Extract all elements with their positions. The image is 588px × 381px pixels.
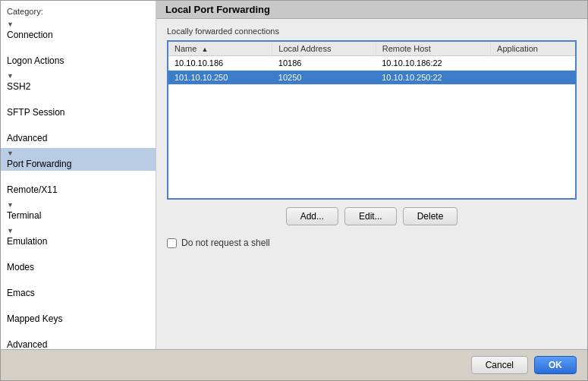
sidebar-item-connection[interactable]: ▼Connection — [1, 17, 156, 43]
sidebar-item-emulation[interactable]: ▼Emulation — [1, 224, 156, 250]
cell-local-address-1: 10250 — [272, 71, 376, 85]
sidebar-item-ssh2[interactable]: ▼SSH2 — [1, 69, 156, 95]
ok-button[interactable]: OK — [534, 356, 577, 374]
dialog-body: Category: ▼Connection ▶Logon Actions ▼SS… — [1, 1, 587, 349]
col-header-local-address[interactable]: Local Address — [272, 42, 376, 56]
section-title: Local Port Forwarding — [156, 1, 587, 19]
sidebar-item-emacs[interactable]: ▶Emacs — [1, 276, 156, 301]
cell-local-address-0: 10186 — [272, 56, 376, 71]
cell-remote-host-1: 10.10.10.250:22 — [376, 71, 490, 85]
section-body: Locally forwarded connections Name ▲ Loc… — [156, 19, 587, 349]
sidebar: Category: ▼Connection ▶Logon Actions ▼SS… — [1, 1, 156, 349]
cell-name-0: 10.10.10.186 — [168, 56, 272, 71]
shell-checkbox[interactable] — [167, 238, 177, 248]
port-forwarding-table: Name ▲ Local Address Remote Host — [168, 42, 575, 85]
col-header-application[interactable]: Application — [491, 42, 575, 56]
cell-application-0 — [491, 56, 575, 71]
table-buttons-row: Add... Edit... Delete — [167, 207, 577, 225]
sidebar-item-terminal[interactable]: ▼Terminal — [1, 198, 156, 224]
edit-button[interactable]: Edit... — [344, 207, 397, 225]
add-button[interactable]: Add... — [286, 207, 338, 225]
sidebar-item-modes[interactable]: ▶Modes — [1, 250, 156, 276]
table-row[interactable]: 10.10.10.186 10186 10.10.10.186:22 — [168, 56, 575, 71]
sort-arrow-name: ▲ — [201, 46, 208, 53]
cell-remote-host-0: 10.10.10.186:22 — [376, 56, 490, 71]
col-header-name[interactable]: Name ▲ — [168, 42, 272, 56]
cell-application-1 — [491, 71, 575, 85]
main-content: Local Port Forwarding Locally forwarded … — [156, 1, 587, 349]
section-label: Locally forwarded connections — [167, 27, 577, 36]
dialog-footer: Cancel OK — [1, 349, 587, 380]
port-forwarding-table-container: Name ▲ Local Address Remote Host — [167, 40, 577, 200]
shell-checkbox-label: Do not request a shell — [181, 238, 270, 248]
table-row[interactable]: 101.10.10.250 10250 10.10.10.250:22 — [168, 71, 575, 85]
sidebar-item-sftp-session[interactable]: ▶SFTP Session — [1, 95, 156, 121]
shell-checkbox-row: Do not request a shell — [167, 238, 577, 248]
sidebar-item-remote-x11[interactable]: ▶Remote/X11 — [1, 172, 156, 198]
sidebar-item-logon-actions[interactable]: ▶Logon Actions — [1, 43, 156, 69]
col-header-remote-host[interactable]: Remote Host — [376, 42, 490, 56]
cancel-button[interactable]: Cancel — [471, 356, 528, 374]
category-label: Category: — [1, 4, 156, 17]
sidebar-item-terminal-advanced[interactable]: ▶Advanced — [1, 327, 156, 349]
sidebar-item-port-forwarding[interactable]: ▼Port Forwarding — [1, 146, 156, 172]
dialog: Category: ▼Connection ▶Logon Actions ▼SS… — [0, 0, 588, 381]
delete-button[interactable]: Delete — [403, 207, 458, 225]
sidebar-item-ssh2-advanced[interactable]: ▶Advanced — [1, 121, 156, 146]
cell-name-1: 101.10.10.250 — [168, 71, 272, 85]
sidebar-item-mapped-keys[interactable]: ▶Mapped Keys — [1, 301, 156, 327]
